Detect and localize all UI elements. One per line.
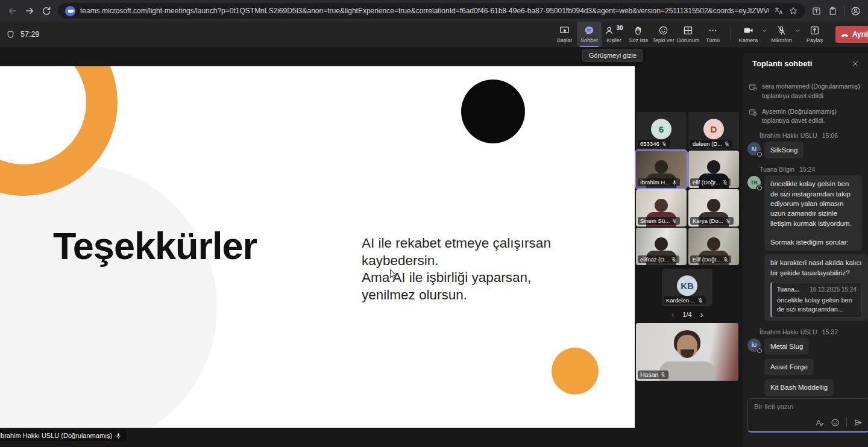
people-button[interactable]: 30 Kişiler <box>602 22 626 47</box>
page-indicator: 1/4 <box>682 311 691 318</box>
participant-name-tag: Karya (Do... <box>690 217 734 225</box>
message-bubble: Asset Forge <box>764 358 814 375</box>
chat-message: İU Metal Slug <box>747 338 862 355</box>
participant-name-tag: Elif (Doğr... <box>690 255 731 263</box>
mic-muted-icon <box>722 180 728 186</box>
teams-favicon <box>65 6 75 16</box>
share-button[interactable]: Paylaş <box>802 22 827 47</box>
extension-icon[interactable] <box>811 6 822 16</box>
system-message: Aysemin (Doğrulanmamış) toplantıya davet… <box>749 107 862 127</box>
participant-tile[interactable]: elifnaz (D... <box>636 228 687 265</box>
raise-hand-button[interactable]: Söz iste <box>626 22 651 47</box>
slide-orange-dot <box>552 348 599 395</box>
people-icon <box>605 25 615 36</box>
device-actions: Kamera Mikrofon Paylaş Ayrıl <box>731 22 868 47</box>
mic-muted-icon <box>671 218 678 224</box>
participant-tile[interactable]: İbrahim H... <box>636 151 687 188</box>
participant-name-tag: Sinem Sü... <box>638 217 680 225</box>
slide-black-circle <box>461 80 525 143</box>
mic-muted-icon <box>671 257 677 263</box>
mouse-cursor <box>389 269 398 281</box>
participant-name-tag: daleen (D... <box>690 140 732 148</box>
participant-tile[interactable]: 6 653346 <box>636 112 687 149</box>
chat-composer <box>747 398 868 433</box>
share-start-button[interactable]: Başlat <box>552 22 577 47</box>
meeting-chat-panel: Toplantı sohbeti sera mohammed (Doğrulan… <box>743 53 868 447</box>
raised-hand-icon <box>634 25 644 36</box>
presenter-name-banner: İbrahim Hakkı USLU (Doğrulanmamış) <box>0 430 127 441</box>
chat-header: Toplantı sohbeti <box>743 53 868 72</box>
camera-chevron-icon[interactable] <box>761 27 768 34</box>
smiley-icon <box>658 25 668 36</box>
mic-muted-icon <box>725 218 731 224</box>
leave-button[interactable]: Ayrıl <box>835 26 868 43</box>
divider <box>731 27 731 42</box>
reload-icon[interactable] <box>41 5 52 16</box>
camera-icon <box>743 25 753 36</box>
format-icon[interactable] <box>815 418 824 427</box>
bookmark-star-icon[interactable] <box>788 6 798 16</box>
system-message: sera mohammed (Doğrulanmamış) toplantıya… <box>749 82 862 101</box>
mic-muted-icon <box>660 372 666 378</box>
message-bubble: Kit Bash Moddellig <box>764 379 834 396</box>
participant-tile[interactable]: Karya (Do... <box>688 189 739 227</box>
avatar: KB <box>677 275 697 296</box>
participant-name-tag: elifnaz (D... <box>638 255 679 263</box>
forward-icon[interactable] <box>24 5 35 16</box>
more-button[interactable]: Tümü <box>700 22 725 47</box>
back-icon[interactable] <box>7 5 18 16</box>
chat-button[interactable]: Sohbet <box>577 22 602 47</box>
participant-tile[interactable]: elif (Doğr... <box>688 151 739 188</box>
profile-icon[interactable] <box>851 6 861 16</box>
chat-message: TB öncelikle kolay gelsin ben de sizi in… <box>747 175 862 251</box>
participant-tile[interactable]: KB Kardelen ... <box>662 269 712 306</box>
microphone-chevron-icon[interactable] <box>794 27 801 34</box>
page-prev-button[interactable]: ‹ <box>671 310 675 319</box>
message-bubble: Metal Slug <box>764 338 809 355</box>
close-icon[interactable] <box>851 60 860 68</box>
message-bubble: SilkSong <box>764 142 804 158</box>
clipboard-extension-icon[interactable] <box>828 6 838 16</box>
view-button[interactable]: Görünüm <box>676 22 700 47</box>
chat-title: Toplantı sohbeti <box>752 59 812 68</box>
participant-tile[interactable]: Sinem Sü... <box>636 189 687 227</box>
share-up-icon <box>810 25 820 36</box>
participant-name-tag: 653346 <box>638 140 670 148</box>
gallery-pagination: ‹ 1/4 › <box>636 308 738 320</box>
meeting-actions: Başlat Sohbet 30 Kişiler Söz iste Tepki … <box>552 22 725 47</box>
mic-muted-icon <box>697 298 703 304</box>
avatar: D <box>703 119 724 139</box>
url-text: teams.microsoft.com/light-meetings/launc… <box>80 7 769 15</box>
calendar-add-icon <box>749 108 757 116</box>
camera-button[interactable]: Kamera <box>736 22 761 47</box>
participant-name-tag: Hasan <box>638 370 668 379</box>
hide-meeting-tooltip: Görüşmeyi gizle <box>582 49 643 62</box>
people-count-badge: 30 <box>616 25 623 31</box>
chat-message: Kit Bash Moddellig <box>764 379 862 396</box>
spotlight-tile[interactable]: Hasan <box>636 323 738 381</box>
toolbar-divider <box>844 5 844 16</box>
mic-on-icon <box>671 180 678 186</box>
quoted-reply: Tuana... 10.12.2025 15:24 öncelikle kola… <box>770 282 862 317</box>
slide-gray-circle <box>0 164 217 428</box>
mic-muted-icon <box>661 141 667 147</box>
avatar: 6 <box>651 119 671 139</box>
microphone-button[interactable]: Mikrofon <box>769 22 794 47</box>
screen-share-icon <box>559 25 570 36</box>
translate-icon[interactable] <box>774 6 784 16</box>
page-next-button[interactable]: › <box>700 310 703 319</box>
chat-bubble-icon <box>584 25 594 36</box>
shield-icon <box>6 30 15 39</box>
participant-tile[interactable]: Elif (Doğr... <box>688 228 739 265</box>
address-bar[interactable]: teams.microsoft.com/light-meetings/launc… <box>58 3 805 19</box>
message-meta: Tuana Bilgin15:24 <box>760 166 862 173</box>
chat-input[interactable] <box>754 403 863 410</box>
send-icon[interactable] <box>854 418 863 427</box>
participant-tile[interactable]: D daleen (D... <box>688 112 739 149</box>
react-button[interactable]: Tepki ver <box>651 22 676 47</box>
emoji-icon[interactable] <box>831 418 840 427</box>
chat-message-list[interactable]: sera mohammed (Doğrulanmamış) toplantıya… <box>743 75 868 396</box>
message-bubble: öncelikle kolay gelsin ben de sizi insta… <box>764 175 862 251</box>
chat-message: İU SilkSong <box>747 142 862 158</box>
message-meta: İbrahim Hakkı USLU15:06 <box>760 132 862 139</box>
